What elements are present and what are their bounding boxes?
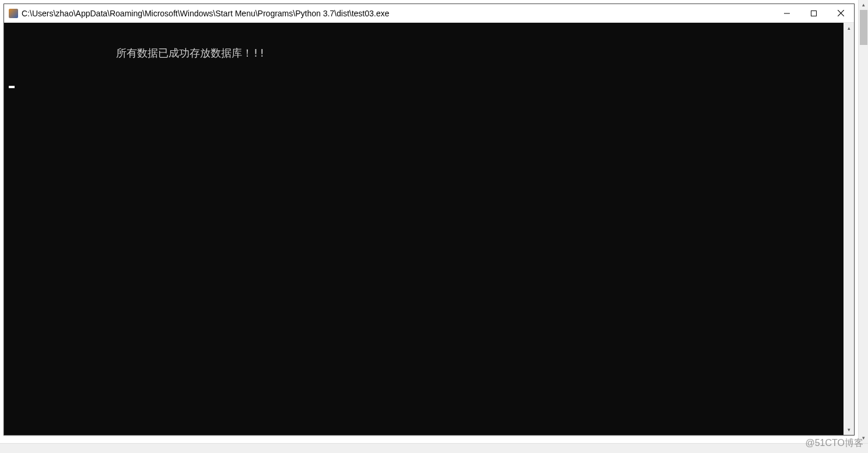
scroll-down-icon[interactable]: ▾ bbox=[844, 424, 854, 435]
outer-scrollbar-horizontal[interactable] bbox=[0, 443, 868, 453]
outer-scroll-thumb[interactable] bbox=[860, 10, 867, 45]
scroll-up-icon[interactable]: ▴ bbox=[844, 23, 854, 33]
console-output-line: 所有数据已成功存放数据库！!! bbox=[8, 25, 844, 61]
outer-scroll-down-icon[interactable]: ▾ bbox=[859, 433, 868, 443]
close-icon bbox=[838, 10, 844, 16]
close-button[interactable] bbox=[827, 4, 854, 22]
titlebar[interactable]: C:\Users\zhao\AppData\Roaming\Microsoft\… bbox=[4, 4, 854, 23]
outer-content: C:\Users\zhao\AppData\Roaming\Microsoft\… bbox=[0, 0, 858, 443]
app-icon bbox=[9, 9, 18, 18]
console-window: C:\Users\zhao\AppData\Roaming\Microsoft\… bbox=[4, 4, 855, 435]
console-body[interactable]: 所有数据已成功存放数据库！!! bbox=[4, 23, 844, 435]
maximize-button[interactable] bbox=[800, 4, 827, 22]
window-title: C:\Users\zhao\AppData\Roaming\Microsoft\… bbox=[22, 9, 774, 18]
browser-viewport: C:\Users\zhao\AppData\Roaming\Microsoft\… bbox=[0, 0, 868, 453]
minimize-button[interactable] bbox=[774, 4, 800, 22]
maximize-icon bbox=[811, 11, 817, 16]
minimize-icon bbox=[784, 11, 790, 16]
outer-scrollbar-vertical[interactable]: ▴ ▾ bbox=[858, 0, 868, 443]
console-body-wrap: 所有数据已成功存放数据库！!! ▴ ▾ bbox=[4, 23, 854, 435]
text-cursor bbox=[9, 86, 15, 88]
outer-scroll-up-icon[interactable]: ▴ bbox=[859, 0, 868, 10]
window-controls bbox=[774, 4, 854, 22]
svg-rect-0 bbox=[811, 11, 817, 16]
console-scrollbar-vertical[interactable]: ▴ ▾ bbox=[844, 23, 854, 435]
outer-scroll-area: C:\Users\zhao\AppData\Roaming\Microsoft\… bbox=[0, 0, 868, 443]
